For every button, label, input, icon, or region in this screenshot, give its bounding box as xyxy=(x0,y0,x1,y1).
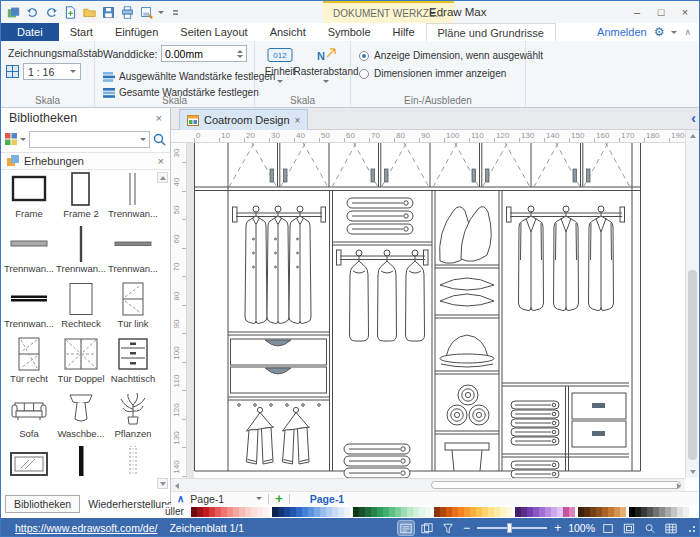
color-swatch-f1fbf4[interactable] xyxy=(425,507,431,517)
minimize-button[interactable]: – xyxy=(625,1,649,23)
zoom-in-button[interactable]: + xyxy=(552,521,563,535)
page-dropdown-icon[interactable] xyxy=(256,497,262,500)
page-tab[interactable]: Page-1 xyxy=(190,493,224,505)
radio-selected-icon[interactable] xyxy=(359,51,369,61)
library-shape-tür-recht[interactable]: Tür recht xyxy=(3,335,55,390)
collapse-ribbon-icon[interactable]: ∧ xyxy=(684,27,691,37)
library-shape-trennwan[interactable]: Trennwan... xyxy=(107,170,159,225)
menu-tab-start[interactable]: Start xyxy=(59,23,104,41)
wardrobe-drawing[interactable] xyxy=(194,143,685,478)
redo-icon[interactable] xyxy=(44,5,59,20)
zoom-slider[interactable] xyxy=(477,522,547,534)
color-swatch-da84bd[interactable] xyxy=(569,507,575,517)
grid-spacing-dropdown-icon[interactable] xyxy=(323,80,329,83)
scroll-down-button[interactable] xyxy=(686,466,700,478)
shape-list-scroll-up[interactable] xyxy=(157,172,168,183)
gear-icon[interactable]: ⚙ xyxy=(654,25,665,39)
zoom-slider-thumb[interactable] xyxy=(507,523,512,533)
edrawsoft-link[interactable]: https://www.edrawsoft.com/de/ xyxy=(15,522,157,534)
menu-tab-datei[interactable]: Datei xyxy=(1,23,59,41)
radio-unselected-icon[interactable] xyxy=(359,69,369,79)
wall-thickness-input[interactable] xyxy=(162,48,226,60)
presentation-view-button[interactable] xyxy=(440,521,456,535)
menu-tab-seiten-layout[interactable]: Seiten Layout xyxy=(169,23,258,41)
library-shape-pflanzen[interactable]: Pflanzen xyxy=(107,390,159,445)
library-section-header[interactable]: Erhebungen × xyxy=(1,152,170,170)
library-shape-frame-2[interactable]: Frame 2 xyxy=(55,170,107,225)
normal-view-button[interactable] xyxy=(398,521,414,535)
page-view-button[interactable] xyxy=(419,521,435,535)
menu-tab-pläne-und-grundrisse[interactable]: Pläne und Grundrisse xyxy=(426,23,556,41)
gear-dropdown-icon[interactable] xyxy=(671,31,677,34)
color-swatch-f0f0f0[interactable] xyxy=(683,507,689,517)
radio-show-dimension-selected[interactable]: Anzeige Dimension, wenn ausgewählt xyxy=(359,50,543,61)
search-icon[interactable] xyxy=(153,133,166,146)
menu-tab-ansicht[interactable]: Ansicht xyxy=(259,23,317,41)
color-swatch-fffadd[interactable] xyxy=(506,507,512,517)
zoom-area-button[interactable] xyxy=(642,521,658,535)
library-shape-bar-dotted[interactable] xyxy=(107,445,159,476)
library-shape-tür-doppel[interactable]: Tür Doppel xyxy=(55,335,107,390)
page-panel-collapse-icon[interactable]: ∧ xyxy=(177,493,184,504)
undo-icon[interactable] xyxy=(25,5,40,20)
color-swatch-ecf3fd[interactable] xyxy=(344,507,350,517)
library-shape-sofa[interactable]: Sofa xyxy=(3,390,55,445)
library-shape-bar-solid[interactable] xyxy=(55,445,107,476)
qat-dropdown-icon[interactable] xyxy=(158,11,164,14)
horizontal-scroll-thumb[interactable] xyxy=(431,481,681,489)
collapse-panel-icon[interactable]: ‹ xyxy=(691,109,696,127)
grid-toggle-button[interactable] xyxy=(663,521,679,535)
vertical-scrollbar[interactable] xyxy=(685,130,699,478)
libraries-bottom-tab[interactable]: Bibliotheken xyxy=(5,495,80,513)
library-select-button[interactable] xyxy=(5,133,26,145)
library-shape-trennwan[interactable]: Trennwan... xyxy=(3,280,55,335)
search-dropdown-icon[interactable] xyxy=(140,138,146,141)
print-icon[interactable] xyxy=(120,5,135,20)
menu-tab-einfügen[interactable]: Einfügen xyxy=(104,23,169,41)
sign-in-link[interactable]: Anmelden xyxy=(597,26,647,38)
library-shape-tür-link[interactable]: Tür link xyxy=(107,280,159,335)
new-file-icon[interactable] xyxy=(63,5,78,20)
open-folder-icon[interactable] xyxy=(82,5,97,20)
zoom-out-button[interactable]: − xyxy=(461,521,472,535)
unit-dropdown-icon[interactable] xyxy=(277,80,283,83)
grid-spacing-button[interactable]: N Rasterabstand xyxy=(303,47,349,83)
wall-thickness-stepper[interactable] xyxy=(161,45,247,62)
menu-tab-hilfe[interactable]: Hilfe xyxy=(382,23,426,41)
add-page-button[interactable]: + xyxy=(275,494,283,504)
close-button[interactable]: × xyxy=(673,1,697,23)
library-shape-trennwan[interactable]: Trennwan... xyxy=(55,225,107,280)
shape-list-scroll-down[interactable] xyxy=(157,478,168,489)
save-as-icon[interactable] xyxy=(139,5,154,20)
unit-button[interactable]: 012 Einheit xyxy=(257,47,303,83)
library-shape-nachttisch[interactable]: Nachttisch xyxy=(107,335,159,390)
radio-show-dimension-always[interactable]: Dimensionen immer anzeigen xyxy=(359,68,506,79)
library-section-close-icon[interactable]: × xyxy=(158,155,164,167)
document-tab-close-icon[interactable]: × xyxy=(295,115,301,126)
spin-down-icon[interactable] xyxy=(237,55,243,58)
save-icon[interactable] xyxy=(101,5,116,20)
fit-window-button[interactable] xyxy=(600,521,616,535)
active-page-tab[interactable]: Page-1 xyxy=(310,493,344,505)
horizontal-scrollbar[interactable] xyxy=(171,478,685,491)
qat-more-icon[interactable] xyxy=(168,5,183,20)
spin-up-icon[interactable] xyxy=(237,50,243,53)
libraries-close-icon[interactable]: × xyxy=(156,112,162,124)
color-swatch-fef3f2[interactable] xyxy=(263,507,269,517)
library-shape-mirror[interactable] xyxy=(3,445,55,476)
document-tab[interactable]: Coatroom Design × xyxy=(179,109,308,130)
library-search-input[interactable] xyxy=(33,133,140,146)
scroll-up-button[interactable] xyxy=(686,130,700,142)
color-swatch-e7b071[interactable] xyxy=(620,507,626,517)
maximize-button[interactable]: □ xyxy=(649,1,673,23)
library-shape-trennwan[interactable]: Trennwan... xyxy=(3,225,55,280)
scale-select[interactable]: 1 : 16 xyxy=(23,63,81,80)
set-selected-wall-button[interactable]: Ausgewählte Wandstärke festlegen xyxy=(103,71,275,82)
resize-grip[interactable] xyxy=(687,524,695,532)
library-shape-trennwan[interactable]: Trennwan... xyxy=(107,225,159,280)
restore-bottom-tab[interactable]: Wiederherstellung xyxy=(88,498,173,510)
zoom-level[interactable]: 100% xyxy=(568,522,595,534)
menu-tab-symbole[interactable]: Symbole xyxy=(317,23,382,41)
library-shape-frame[interactable]: Frame xyxy=(3,170,55,225)
library-shape-waschbe[interactable]: Waschbe... xyxy=(55,390,107,445)
